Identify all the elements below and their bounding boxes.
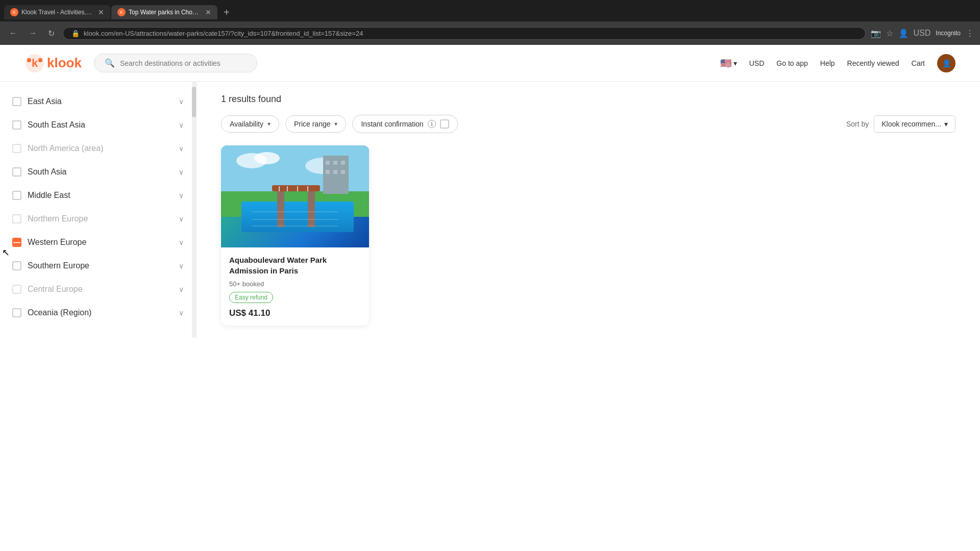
search-bar[interactable]: 🔍 (94, 54, 257, 72)
filter-oceania[interactable]: Oceania (Region) ∨ (0, 301, 196, 324)
browser-chrome: K Klook Travel - Activities, tours, ✕ K … (0, 0, 980, 45)
browser-nav: ← → ↻ 🔒 klook.com/en-US/attractions/wate… (0, 21, 980, 45)
menu-button[interactable]: ⋮ (966, 29, 974, 38)
filter-east-asia[interactable]: East Asia ∨ (0, 90, 196, 113)
filter-northern-europe[interactable]: Northern Europe ∨ (0, 207, 196, 231)
indeterminate-dash: — (13, 238, 20, 246)
filter-south-east-asia[interactable]: South East Asia ∨ (0, 113, 196, 137)
svg-rect-11 (277, 186, 284, 227)
availability-filter[interactable]: Availability ▾ (221, 115, 279, 133)
instant-confirmation-label: Instant confirmation (361, 120, 423, 128)
checkbox-south-asia[interactable] (12, 167, 21, 177)
new-tab-button[interactable]: + (220, 7, 233, 18)
svg-rect-20 (333, 161, 337, 165)
sort-section: Sort by Klook recommen... ▾ (846, 115, 955, 133)
chevron-central-europe: ∨ (179, 285, 184, 293)
filter-middle-east[interactable]: Middle East ∨ (0, 184, 196, 207)
product-info-aquaboulevard: Aquaboulevard Water Park Admission in Pa… (221, 247, 369, 325)
sidebar-scrollbar[interactable] (192, 82, 196, 338)
product-card-aquaboulevard[interactable]: Aquaboulevard Water Park Admission in Pa… (221, 145, 369, 325)
bookmark-icon[interactable]: ☆ (886, 29, 893, 38)
browser-nav-icons: 📷 ☆ 👤 USD Incognito ⋮ (871, 29, 974, 38)
sort-value: Klook recommen... (881, 120, 941, 128)
product-title-aquaboulevard: Aquaboulevard Water Park Admission in Pa… (229, 255, 361, 276)
recently-viewed-link[interactable]: Recently viewed (847, 59, 899, 67)
filter-label-south-east-asia: South East Asia (28, 120, 173, 130)
forward-button[interactable]: → (26, 28, 40, 39)
filter-label-oceania: Oceania (Region) (28, 308, 173, 317)
chevron-oceania: ∨ (179, 309, 184, 317)
profile-icon[interactable]: 👤 (898, 29, 909, 38)
browser-tab-2[interactable]: K Top Water parks in Choose de... ✕ (111, 5, 217, 19)
instant-confirmation-info-icon[interactable]: ℹ (428, 120, 436, 128)
sort-dropdown[interactable]: Klook recommen... ▾ (874, 115, 955, 133)
language-selector[interactable]: 🇺🇸 ▾ (720, 58, 737, 69)
price-range-chevron: ▾ (334, 120, 337, 128)
svg-rect-22 (326, 170, 330, 174)
header: k klook 🔍 🇺🇸 ▾ USD Go to app Help Recent… (0, 45, 980, 82)
filter-label-southern-europe: Southern Europe (28, 261, 173, 270)
checkbox-east-asia[interactable] (12, 97, 21, 106)
tab-1-close[interactable]: ✕ (98, 8, 104, 16)
user-avatar[interactable]: 👤 (937, 54, 955, 72)
search-icon: 🔍 (105, 58, 115, 68)
chevron-south-asia: ∨ (179, 168, 184, 176)
search-input[interactable] (120, 59, 242, 67)
filter-southern-europe[interactable]: Southern Europe ∨ (0, 254, 196, 278)
chevron-southern-europe: ∨ (179, 262, 184, 270)
checkbox-oceania[interactable] (12, 308, 21, 317)
filter-central-europe[interactable]: Central Europe ∨ (0, 278, 196, 301)
usd-button[interactable]: USD (914, 29, 931, 38)
main-layout: East Asia ∨ South East Asia ∨ North Amer… (0, 82, 980, 338)
tab-2-favicon: K (117, 8, 126, 16)
svg-point-2 (27, 58, 31, 62)
filter-label-north-america: North America (area) (28, 144, 173, 153)
filter-south-asia[interactable]: South Asia ∨ (0, 160, 196, 184)
results-count: 1 results found (221, 94, 955, 105)
page: k klook 🔍 🇺🇸 ▾ USD Go to app Help Recent… (0, 45, 980, 551)
tab-1-favicon: K (10, 8, 18, 16)
filter-label-northern-europe: Northern Europe (28, 214, 173, 223)
address-bar[interactable]: 🔒 klook.com/en-US/attractions/water-park… (63, 27, 866, 40)
sort-chevron: ▾ (944, 120, 948, 128)
back-button[interactable]: ← (6, 28, 20, 39)
checkbox-central-europe[interactable] (12, 285, 21, 294)
price-range-filter[interactable]: Price range ▾ (285, 115, 347, 133)
logo[interactable]: k klook (24, 53, 82, 73)
filter-label-south-asia: South Asia (28, 167, 173, 177)
svg-rect-19 (326, 161, 330, 165)
logo-text: klook (47, 55, 82, 71)
instant-confirmation-filter[interactable]: Instant confirmation ℹ (352, 115, 457, 133)
help-link[interactable]: Help (820, 59, 835, 67)
checkbox-southern-europe[interactable] (12, 261, 21, 270)
chevron-south-east-asia: ∨ (179, 121, 184, 129)
tab-1-title: Klook Travel - Activities, tours, (21, 9, 93, 16)
checkbox-middle-east[interactable] (12, 191, 21, 200)
flag-icon: 🇺🇸 (720, 58, 731, 69)
svg-rect-23 (333, 170, 337, 174)
checkbox-western-europe[interactable]: — (12, 238, 21, 247)
filter-north-america[interactable]: North America (area) ∨ (0, 137, 196, 160)
checkbox-south-east-asia[interactable] (12, 120, 21, 130)
svg-rect-10 (241, 202, 354, 232)
svg-text:k: k (32, 57, 38, 69)
svg-point-3 (38, 58, 42, 62)
cart-link[interactable]: Cart (912, 59, 925, 67)
filter-western-europe[interactable]: — Western Europe ∨ ↖ (0, 231, 196, 254)
browser-tab-1[interactable]: K Klook Travel - Activities, tours, ✕ (4, 5, 110, 19)
svg-rect-24 (341, 170, 345, 174)
easy-refund-badge: Easy refund (229, 292, 273, 303)
tab-2-title: Top Water parks in Choose de... (129, 9, 200, 16)
go-to-app-link[interactable]: Go to app (776, 59, 808, 67)
logo-icon: k (24, 53, 45, 73)
currency-selector[interactable]: USD (749, 59, 765, 67)
lock-icon: 🔒 (71, 30, 80, 37)
checkbox-northern-europe[interactable] (12, 214, 21, 223)
camera-icon[interactable]: 📷 (871, 29, 881, 38)
tab-2-close[interactable]: ✕ (205, 8, 211, 16)
checkbox-north-america[interactable] (12, 144, 21, 153)
instant-confirmation-checkbox[interactable] (440, 119, 449, 129)
availability-label: Availability (230, 120, 263, 128)
reload-button[interactable]: ↻ (45, 28, 58, 39)
filter-label-western-europe: Western Europe (28, 238, 173, 247)
